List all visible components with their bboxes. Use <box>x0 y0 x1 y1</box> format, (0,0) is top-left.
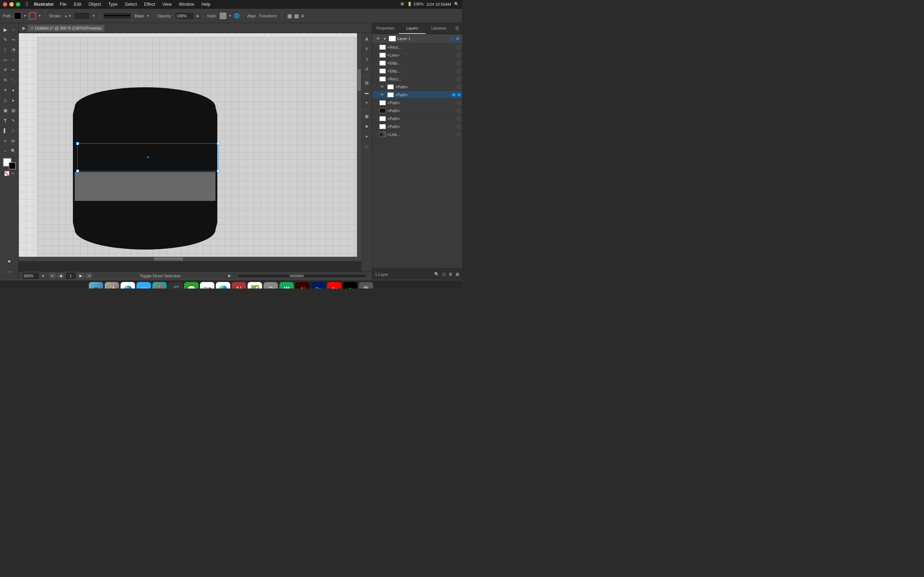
style-swatch[interactable] <box>220 13 226 19</box>
style-dropdown[interactable]: ▼ <box>228 14 232 18</box>
stroke-unit-dropdown[interactable]: ▼ <box>92 14 95 18</box>
dock-photoshop[interactable]: Ps <box>311 282 326 289</box>
dock-nord[interactable]: N <box>232 282 246 289</box>
last-page-btn[interactable]: ⇥ <box>86 273 92 279</box>
layer-name[interactable]: Layer 1 <box>397 36 449 41</box>
blend-tool[interactable]: ∞ <box>2 135 10 146</box>
prev-page-btn[interactable]: ◀ <box>57 273 64 279</box>
free-transform[interactable]: ◻ <box>2 95 10 105</box>
horizontal-scroll-thumb[interactable] <box>154 257 183 261</box>
more-tools-icon[interactable]: ⋯ <box>2 267 16 277</box>
rect-tool[interactable]: ▭ <box>2 55 10 65</box>
delete-layer-icon[interactable]: 🗑 <box>449 272 452 277</box>
eyedropper-tool[interactable]: 🗁 <box>10 135 17 146</box>
zoom-tool[interactable]: 🔍 <box>10 146 17 156</box>
opacity-dropdown[interactable]: ▶ <box>197 14 199 18</box>
vertical-scroll-thumb[interactable] <box>357 69 361 91</box>
warp-tool[interactable]: ⚘ <box>2 85 10 95</box>
fill-dropdown-arrow[interactable]: ▼ <box>23 14 27 18</box>
dock-word[interactable]: W <box>279 282 294 289</box>
align-right-icon[interactable]: ▧ <box>362 78 371 87</box>
item-target-9[interactable] <box>457 117 460 121</box>
fill-color-swatch[interactable] <box>14 12 21 19</box>
item-target-11[interactable] <box>457 133 460 136</box>
stroke-dropdown-arrow[interactable]: ▼ <box>38 14 42 18</box>
color-guide-icon[interactable]: ▬ <box>362 89 371 97</box>
dock-launchpad[interactable]: ✨ <box>105 282 119 289</box>
dock-messages[interactable]: 💬 <box>184 282 199 289</box>
tab-properties[interactable]: Properties <box>372 23 399 34</box>
menu-effect[interactable]: Effect <box>142 2 156 7</box>
page-number-input[interactable]: 1 <box>65 272 76 280</box>
mesh-tool[interactable]: □ <box>10 126 17 135</box>
tab-close-icon[interactable]: ✕ <box>31 26 34 30</box>
layer-item-5[interactable]: 👁 <Path> <box>372 83 462 91</box>
minimize-button[interactable] <box>10 2 14 6</box>
zoom-dropdown[interactable]: ▼ <box>41 274 45 278</box>
stroke-up-arrow[interactable]: ▲ <box>64 14 68 18</box>
canvas-grid[interactable] <box>19 33 361 261</box>
item-target-0[interactable] <box>457 45 460 49</box>
measure-tool[interactable]: ↔ <box>2 146 10 156</box>
layer-item-3[interactable]: <Ellip... <box>372 67 462 75</box>
stroke-color-box[interactable] <box>9 162 16 169</box>
item-target-5[interactable] <box>457 85 460 89</box>
dock-terminal[interactable]: ▮ <box>343 282 357 289</box>
paintbrush-tool[interactable]: ✐ <box>2 65 10 75</box>
dock-acrobat[interactable]: Ac <box>327 282 341 289</box>
panel-toggle-btn[interactable]: ▶ <box>20 24 27 32</box>
item-target-1[interactable] <box>457 53 460 57</box>
rotate-tool[interactable]: ↻ <box>2 75 10 85</box>
para-style-icon[interactable]: ¶ <box>362 45 371 53</box>
eyedropper-right-icon[interactable]: ⚳ <box>362 55 371 63</box>
align-label[interactable]: Align <box>247 14 256 18</box>
scale-tool[interactable]: ⋱ <box>10 75 17 85</box>
stroke-style-dropdown[interactable]: ▼ <box>147 14 150 18</box>
line-tool[interactable]: / <box>2 45 10 55</box>
style-icon[interactable]: 🌐 <box>234 13 240 18</box>
reshape-tool[interactable]: ♦ <box>10 85 17 95</box>
stroke-color-indicator[interactable]: ╴ <box>29 12 36 19</box>
item-eye-6[interactable]: 👁 <box>380 93 385 97</box>
layer-options-icon[interactable]: ▦ <box>456 272 459 277</box>
layer-item-10[interactable]: <Path> <box>372 122 462 131</box>
menu-object[interactable]: Object <box>87 2 102 7</box>
char-style-icon[interactable]: A <box>362 35 371 43</box>
group-icon[interactable]: □ <box>362 142 371 151</box>
expand-status-icon[interactable]: ▶ <box>228 273 231 278</box>
dock-music[interactable]: 🎵 <box>168 282 183 289</box>
dock-settings[interactable]: ⚙ <box>263 282 278 289</box>
menu-type[interactable]: Type <box>107 2 119 7</box>
layer-item-6[interactable]: 👁 <Path> <box>372 91 462 99</box>
add-layer-icon[interactable]: ◫ <box>442 272 446 277</box>
dock-reminders[interactable]: ✅ <box>247 282 262 289</box>
layer-target-dot[interactable] <box>451 37 454 40</box>
text-tool[interactable]: T <box>2 115 10 126</box>
dock-maps[interactable]: 📍 <box>152 282 167 289</box>
horizontal-scrollbar[interactable] <box>19 257 357 261</box>
tab-layers[interactable]: Layers <box>399 23 426 34</box>
transform-label[interactable]: Transform <box>259 14 277 18</box>
opacity-input[interactable] <box>175 12 195 20</box>
dock-safari[interactable]: 🌎 <box>121 282 135 289</box>
item-target-8[interactable] <box>457 109 460 113</box>
fullscreen-button[interactable] <box>16 2 20 6</box>
stroke-value-input[interactable] <box>74 12 90 20</box>
item-eye-5[interactable]: 👁 <box>380 85 385 89</box>
apple-menu[interactable]:  <box>26 1 28 8</box>
item-target-10[interactable] <box>457 125 460 128</box>
swap-colors-icon[interactable]: ↻ <box>11 172 15 176</box>
item-target-2[interactable] <box>457 61 460 65</box>
menu-select[interactable]: Select <box>123 2 138 7</box>
direct-select-tool[interactable]: → <box>10 24 17 35</box>
scroll-handle[interactable] <box>289 275 304 277</box>
layer-item-11[interactable]: <Link... <box>372 131 462 139</box>
stroke-down-arrow[interactable]: ▼ <box>68 14 71 18</box>
arrange-icon[interactable]: ▦ <box>287 13 292 19</box>
search-icon[interactable]: 🔍 <box>454 2 459 6</box>
recolor-icon[interactable]: ⚭ <box>362 98 371 107</box>
select-tool[interactable]: ▶ <box>2 24 10 35</box>
first-page-btn[interactable]: ⇤ <box>50 273 56 279</box>
gradient-tool[interactable]: ▌ <box>2 126 10 135</box>
dock-chrome[interactable]: 🌎 <box>216 282 230 289</box>
